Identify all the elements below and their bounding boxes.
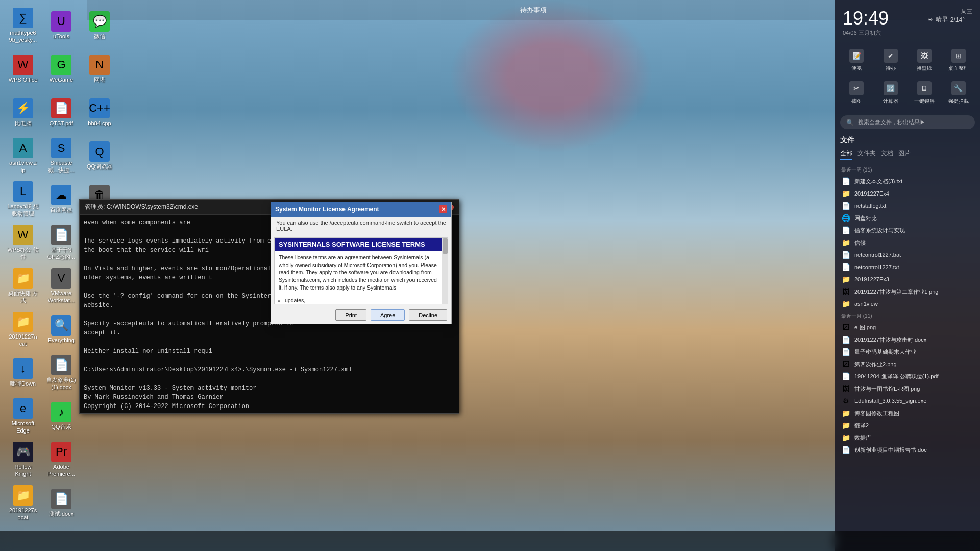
search-bar[interactable]: 🔍 搜索全盘文件，秒出结果▶ xyxy=(840,115,975,129)
desktop-icon-wangba[interactable]: N网塔 xyxy=(82,49,117,89)
print-button[interactable]: Print xyxy=(335,309,366,321)
file2-item-4[interactable]: 📄19041204-鱼译译.公聘职位(1).pdf xyxy=(840,370,975,382)
taskbar xyxy=(0,531,980,551)
desktop-icon-desktop-shortcuts[interactable]: 📁桌面快捷 方式 xyxy=(5,266,41,306)
quick-action-0[interactable]: 📝便笺 xyxy=(840,44,873,76)
desktop-icon-adobe[interactable]: PrAdobe Premiere... xyxy=(43,439,79,480)
file2-item-2[interactable]: 📄量子密码基础期末大作业 xyxy=(840,346,975,358)
file2-item-0[interactable]: 🖼e-图.png xyxy=(840,321,975,333)
eula-bullet-0: updates, xyxy=(285,296,439,304)
file2-item-5[interactable]: 🖼甘汐与一图书馆E-R图.png xyxy=(840,382,975,395)
bidian-label: 比电脑 xyxy=(15,120,32,127)
quick-action-7[interactable]: 🔧强提拦截 xyxy=(942,77,975,109)
file-item-1[interactable]: 📁20191227Ex4 xyxy=(840,187,975,200)
file-item-9[interactable]: 🖼20191227甘汐与第二章作业1.png xyxy=(840,285,975,298)
desktop-icon-bidian[interactable]: ⚡比电脑 xyxy=(5,92,41,133)
decline-button[interactable]: Decline xyxy=(409,309,447,321)
desktop-icon-ghz-doc[interactable]: 📄基于于N GHZ态的... xyxy=(43,222,79,263)
desktop-icon-ziyu-doc[interactable]: 📄自发修养(2) (1).docx xyxy=(43,352,79,393)
file-icon-7: 📄 xyxy=(841,263,850,271)
file-tab-文档[interactable]: 文档 xyxy=(881,149,893,160)
file2-name-4: 19041204-鱼译译.公聘职位(1).pdf xyxy=(854,373,974,380)
file-tab-全部[interactable]: 全部 xyxy=(840,149,852,160)
file-tab-图片[interactable]: 图片 xyxy=(898,149,911,160)
eula-close-button[interactable]: ✕ xyxy=(439,205,447,213)
desktop-icon-vmware[interactable]: VVMware Workstat... xyxy=(43,266,79,306)
file-icon-8: 📁 xyxy=(841,275,850,283)
qa-icon-4: ✂ xyxy=(849,81,864,95)
file2-icon-0: 🖼 xyxy=(841,323,850,331)
desktop-icon-lenovo-down[interactable]: ↓哪哪Down xyxy=(5,352,41,393)
file2-item-10[interactable]: 📄创新创业项目中期报告书.doc xyxy=(840,444,975,456)
desktop-icon-baidu-yun[interactable]: ☁百度网盘 xyxy=(43,179,79,220)
desktop-icon-ocat[interactable]: 📁20191227s ocat xyxy=(5,483,41,523)
file2-item-3[interactable]: 🖼第四次作业2.png xyxy=(840,358,975,370)
file2-item-8[interactable]: 📁翻译2 xyxy=(840,419,975,432)
quick-action-4[interactable]: ✂截图 xyxy=(840,77,873,109)
desktop-icon-qtst-pdf[interactable]: 📄QTST.pdf xyxy=(43,92,79,133)
file-item-10[interactable]: 📁asn1view xyxy=(840,298,975,310)
file-name-8: 20191227Ex3 xyxy=(854,276,974,282)
desktop-icon-qqbrowser[interactable]: QQQ浏览器 xyxy=(82,135,117,176)
file-item-0[interactable]: 📄新建文本文档(3).txt xyxy=(840,175,975,187)
desktop-icon-wegame[interactable]: GWeGame xyxy=(43,49,79,89)
mathtype-icon: ∑ xyxy=(13,8,33,28)
file2-item-6[interactable]: ⚙EduInstall_3.0.3.55_sign.exe xyxy=(840,395,975,407)
desktop-icon-utools[interactable]: UuTools xyxy=(43,5,79,46)
desktop-icon-wps-office[interactable]: WWPS办公 软件 xyxy=(5,222,41,263)
file2-item-1[interactable]: 📄20191227甘汐与攻击时.docx xyxy=(840,333,975,346)
file-item-7[interactable]: 📄netcontrol1227.txt xyxy=(840,261,975,273)
mathtype-label: mathtype6 9b_yesky... xyxy=(7,30,39,43)
quick-action-1[interactable]: ✔待办 xyxy=(874,44,908,76)
eula-scrollbar[interactable] xyxy=(442,238,448,304)
quick-action-2[interactable]: 🖼换壁纸 xyxy=(908,44,941,76)
file-tab-文件夹[interactable]: 文件夹 xyxy=(857,149,876,160)
desktop-icon-ce-doc[interactable]: 📄测试.docx xyxy=(43,483,79,523)
desktop-icon-asn1view[interactable]: Aasn1view.z ip xyxy=(5,135,41,176)
file-name-10: asn1view xyxy=(854,301,974,307)
file2-item-9[interactable]: 📁数据库 xyxy=(840,432,975,444)
ghz-doc-icon: 📄 xyxy=(51,225,71,245)
file2-icon-8: 📁 xyxy=(841,421,850,429)
desktop-icon-everything[interactable]: 🔍Everything xyxy=(43,309,79,350)
asn1view-label: asn1view.z ip xyxy=(7,160,39,173)
file2-item-7[interactable]: 📁博客园修改工程图 xyxy=(840,407,975,419)
adobe-label: Adobe Premiere... xyxy=(45,464,77,477)
desktop-icon-bb84[interactable]: C++bb84.cpp xyxy=(82,92,117,133)
file-item-4[interactable]: 📄信客系统设计与实现 xyxy=(840,224,975,236)
cmd-line: Copyright (C) 2014-2022 Microsoft Corpor… xyxy=(84,402,455,411)
qqmusic-label: QQ音乐 xyxy=(51,424,71,430)
file-item-3[interactable]: 🌐网盘对比 xyxy=(840,212,975,224)
file-item-5[interactable]: 📁信候 xyxy=(840,236,975,249)
ce-doc-label: 测试.docx xyxy=(49,511,74,517)
desktop-shortcuts-label: 桌面快捷 方式 xyxy=(7,290,39,303)
eula-buttons: Print Agree Decline xyxy=(271,306,451,324)
eula-body: SYSINTERNALS SOFTWARE LICENSE TERMS Thes… xyxy=(274,237,448,304)
desktop-icon-lenovo[interactable]: LLenovo联 想驱动管理 xyxy=(5,179,41,220)
file-name-3: 网盘对比 xyxy=(854,214,974,222)
desktop-icon-cat-folder[interactable]: 📁20191227n cat xyxy=(5,309,41,350)
file2-name-2: 量子密码基础期末大作业 xyxy=(854,348,974,356)
recent-week-label: 最近一周 (11) xyxy=(840,165,975,175)
qa-label-4: 截图 xyxy=(851,98,862,105)
quick-action-6[interactable]: 🖥一键锁屏 xyxy=(908,77,941,109)
desktop-icon-qqmusic[interactable]: ♪QQ音乐 xyxy=(43,396,79,437)
file-item-6[interactable]: 📄netcontrol1227.bat xyxy=(840,249,975,261)
qa-label-3: 桌面整理 xyxy=(948,65,969,72)
ce-doc-icon: 📄 xyxy=(51,489,71,509)
desktop-icon-mathtype[interactable]: ∑mathtype6 9b_yesky... xyxy=(5,5,41,46)
quick-action-3[interactable]: ⊞桌面整理 xyxy=(942,44,975,76)
quick-action-5[interactable]: 🔢计算器 xyxy=(874,77,908,109)
agree-button[interactable]: Agree xyxy=(371,309,405,321)
desktop-icon-hollow-knight[interactable]: 🎮Hollow Knight xyxy=(5,439,41,480)
qa-icon-6: 🖥 xyxy=(917,81,932,95)
desktop-icon-microsoft-edge[interactable]: eMicrosoft Edge xyxy=(5,396,41,437)
bb84-label: bb84.cpp xyxy=(88,120,111,127)
file-icon-9: 🖼 xyxy=(841,288,850,296)
desktop-icon-snipaste[interactable]: SSnipaste 截...快捷... xyxy=(43,135,79,176)
desktop-icon-wps[interactable]: WWPS Office xyxy=(5,49,41,89)
cmd-line: accept it. xyxy=(84,328,455,338)
file2-name-10: 创新创业项目中期报告书.doc xyxy=(854,446,974,454)
file-item-8[interactable]: 📁20191227Ex3 xyxy=(840,273,975,285)
file-item-2[interactable]: 📄netstatlog.txt xyxy=(840,200,975,212)
